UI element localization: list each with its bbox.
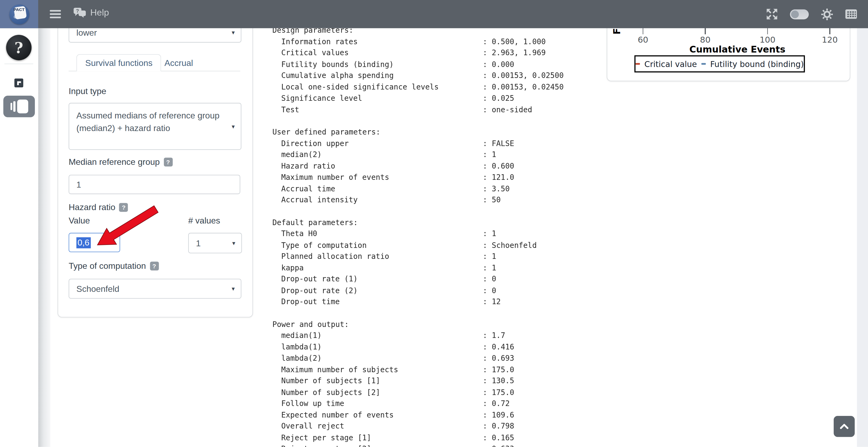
output-row-label: Drop-out rate (1): [281, 273, 483, 285]
type-of-computation-select[interactable]: Schoenfeld ▾: [69, 279, 241, 299]
output-row: Information rates: 0.500, 1.000: [272, 36, 563, 47]
panel-lines-icon: [10, 103, 12, 110]
app-logo[interactable]: PACT Cloud: [0, 0, 38, 28]
output-row-value: : 2.963, 1.969: [483, 48, 546, 57]
output-section-title: User defined parameters:: [272, 126, 563, 137]
output-section-title: Power and output:: [272, 318, 563, 330]
output-section: User defined parameters:Direction upper:…: [272, 126, 563, 206]
help-icon[interactable]: ?: [150, 262, 158, 270]
output-row: median(1): 1.7: [272, 330, 563, 341]
output-row-label: lambda(1): [281, 341, 483, 352]
apps-grid-icon[interactable]: [845, 9, 857, 19]
left-sidebar: ?: [0, 28, 38, 447]
output-row-label: Significance level: [281, 93, 483, 104]
sidebar-item-active-panel[interactable]: [3, 96, 35, 117]
chevron-down-icon: ▾: [232, 29, 235, 36]
chevron-down-icon: ▾: [232, 285, 235, 293]
hazard-ratio-value-input[interactable]: 0,6: [69, 233, 120, 252]
output-row: Theta H0: 1: [272, 228, 563, 239]
output-row: Test: one-sided: [272, 104, 563, 115]
design-module-icon[interactable]: [14, 78, 23, 88]
output-row: Maximum number of events: 121.0: [272, 172, 563, 183]
output-row-value: : 0: [483, 274, 496, 283]
output-row-value: : 175.0: [483, 387, 514, 397]
sidebar-divider: [5, 64, 33, 64]
output-row-value: : 0.600: [483, 161, 514, 170]
legend-label: Critical value: [644, 60, 697, 68]
output-row-value: : 0.000: [483, 60, 514, 68]
output-row: Local one-sided significance levels: 0.0…: [272, 81, 563, 92]
form-tabs: Survival functionsAccrual: [69, 54, 240, 71]
output-row: Drop-out time: 12: [272, 296, 563, 307]
help-bubbles-icon: ?: [73, 7, 86, 18]
x-axis-tick-label: 80: [693, 35, 717, 45]
chart-x-axis-title: Cumulative Events: [649, 44, 826, 55]
settings-sun-icon[interactable]: [821, 8, 833, 20]
output-row-value: : 1.7: [483, 331, 505, 340]
help-label: Help: [90, 7, 109, 18]
median-reference-group-input[interactable]: [69, 175, 240, 194]
panel-scrollbar[interactable]: [38, 28, 50, 447]
question-mark-icon[interactable]: ?: [6, 35, 32, 60]
output-row: Cumulative alpha spending: 0.00153, 0.02…: [272, 70, 563, 81]
help-menu-item[interactable]: ? Help: [73, 7, 109, 18]
page-scrollbar[interactable]: [857, 28, 868, 447]
x-axis-tick-label: 100: [755, 35, 780, 45]
x-axis-tick-label: 60: [631, 35, 655, 45]
scroll-to-top-button[interactable]: [834, 416, 855, 437]
output-row-label: kappa: [281, 262, 483, 273]
output-row-label: Futility bounds (binding): [281, 59, 483, 70]
type-of-computation-select-value: Schoenfeld: [76, 283, 225, 295]
output-row-label: Reject per stage [2]: [281, 443, 483, 447]
output-row: Planned allocation ratio: 1: [272, 250, 563, 262]
legend-line-swatch: [702, 63, 706, 65]
output-row-value: : 121.0: [483, 173, 514, 181]
top-bar: PACT Cloud ? Help: [0, 0, 868, 28]
output-row: Reject per stage [2]: 0.633: [272, 443, 563, 447]
output-row-value: : 0: [483, 286, 496, 295]
output-row-value: : one-sided: [483, 105, 532, 114]
output-row-label: Expected number of events: [281, 409, 483, 420]
output-row-value: : 175.0: [483, 365, 514, 374]
output-row: Significance level: 0.025: [272, 93, 563, 104]
hamburger-menu-icon[interactable]: [50, 8, 61, 19]
output-row-value: : 1: [483, 150, 496, 159]
output-row-label: Hazard ratio: [281, 160, 483, 171]
app-window: ? lower ▾ Survival functionsAccrual Inpu…: [0, 0, 868, 447]
svg-text:?: ?: [76, 8, 79, 14]
output-row-value: : 109.6: [483, 410, 514, 419]
output-row-value: : 0.00153, 0.02500: [483, 71, 564, 79]
design-form-card: lower ▾ Survival functionsAccrual Input …: [58, 15, 253, 317]
type-of-computation-label: Type of computation ?: [69, 261, 159, 271]
output-text: Design parameters:Information rates: 0.5…: [272, 24, 563, 447]
output-row: Maximum number of subjects: 175.0: [272, 364, 563, 375]
output-row: Accrual time: 3.50: [272, 183, 563, 194]
output-row-label: Information rates: [281, 36, 483, 47]
output-row: median(2): 1: [272, 149, 563, 160]
tab-accrual[interactable]: Accrual: [156, 54, 202, 71]
direction-select-value: lower: [76, 27, 225, 38]
output-section: Default parameters:Theta H0: 1Type of co…: [272, 216, 563, 307]
theme-toggle[interactable]: [790, 9, 809, 19]
output-row-value: : 1: [483, 252, 496, 261]
hazard-ratio-value-label: Value: [69, 216, 90, 226]
output-row: Drop-out rate (2): 0: [272, 285, 563, 296]
output-row: Number of subjects [1]: 130.5: [272, 375, 563, 386]
input-type-select[interactable]: Assumed medians of reference group (medi…: [69, 103, 241, 150]
num-values-select[interactable]: 1 ▾: [188, 233, 242, 253]
help-icon[interactable]: ?: [164, 158, 173, 166]
x-axis-tick-label: 120: [817, 35, 842, 45]
help-icon[interactable]: ?: [119, 203, 128, 212]
output-row-label: Follow up time: [281, 398, 483, 409]
output-row-value: : 0.72: [483, 399, 510, 408]
output-row-label: median(2): [281, 149, 483, 160]
output-row-value: : 3.50: [483, 184, 510, 193]
fullscreen-icon[interactable]: [766, 8, 778, 20]
logo-text-line2: Cloud: [9, 14, 29, 19]
hazard-ratio-label: Hazard ratio ?: [69, 202, 128, 212]
output-row-value: : 130.5: [483, 376, 514, 385]
hazard-ratio-selected-text: 0,6: [76, 237, 91, 248]
output-row-value: : 50: [483, 195, 501, 204]
output-row: Reject per stage [1]: 0.165: [272, 432, 563, 443]
tab-survival-functions[interactable]: Survival functions: [76, 54, 161, 71]
